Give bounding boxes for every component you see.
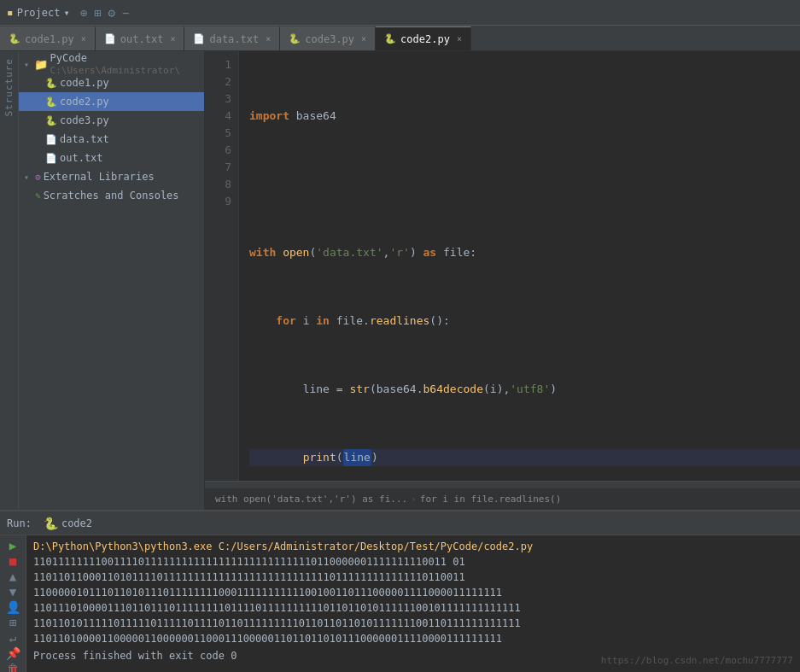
tab-label: code3.py bbox=[305, 33, 354, 45]
run-output-line-1: 1101111111100111101111111111111111111111… bbox=[33, 554, 797, 570]
run-trash-icon[interactable]: 🗑 bbox=[3, 662, 22, 672]
run-layout-icon[interactable]: ⊞ bbox=[3, 616, 22, 629]
tab-data[interactable]: 📄 data.txt × bbox=[184, 26, 280, 50]
tab-py-icon: 🐍 bbox=[9, 33, 20, 44]
txt-file-icon: 📄 bbox=[45, 153, 57, 164]
sidebar-item-pycode[interactable]: ▾ 📁 PyCode C:\Users\Administrator\ bbox=[19, 55, 204, 73]
minimize-icon[interactable]: − bbox=[122, 6, 129, 20]
fn-b64decode: b64decode bbox=[423, 381, 483, 398]
run-header: Run: 🐍 code2 bbox=[0, 511, 800, 535]
horizontal-scrollbar[interactable] bbox=[205, 481, 800, 488]
code-content[interactable]: import base64 with open ( 'data.txt' , '… bbox=[239, 51, 800, 481]
line-num-8: 8 bbox=[205, 176, 231, 193]
scratch-icon: ✎ bbox=[35, 190, 41, 202]
run-play-button[interactable]: ▶ bbox=[3, 539, 22, 552]
tab-label: code1.py bbox=[25, 33, 74, 45]
tab-close-icon[interactable]: × bbox=[457, 34, 462, 44]
line-num-6: 6 bbox=[205, 142, 231, 159]
tab-code1[interactable]: 🐍 code1.py × bbox=[0, 26, 96, 50]
str-utf8: 'utf8' bbox=[510, 381, 550, 398]
sidebar-item-datatxt[interactable]: 📄 data.txt bbox=[19, 130, 204, 149]
line-num-5: 5 bbox=[205, 125, 231, 142]
sp bbox=[330, 313, 336, 330]
run-scroll-down-button[interactable]: ▼ bbox=[3, 585, 22, 599]
tree-item-label: out.txt bbox=[60, 152, 103, 164]
run-user-icon[interactable]: 👤 bbox=[3, 600, 22, 614]
line-num-7: 7 bbox=[205, 159, 231, 176]
run-output-line-5: 1101101011111011111011111011110110111111… bbox=[33, 616, 797, 631]
sidebar-item-outtxt[interactable]: 📄 out.txt bbox=[19, 149, 204, 167]
tree-item-label: External Libraries bbox=[44, 171, 155, 183]
breadcrumb-sep: › bbox=[411, 494, 417, 505]
python-icon: 🐍 bbox=[44, 517, 58, 530]
run-stop-button[interactable]: ■ bbox=[3, 554, 22, 568]
paren-open: ( bbox=[370, 381, 377, 398]
run-wrap-icon[interactable]: ↵ bbox=[3, 631, 22, 645]
run-path: D:\Python\Python3\python3.exe C:/Users/A… bbox=[33, 541, 533, 552]
highlighted-line-var: line bbox=[343, 449, 371, 466]
editor-area: 1 2 3 4 5 6 7 8 9 import base64 bbox=[205, 51, 800, 510]
code-editor[interactable]: 1 2 3 4 5 6 7 8 9 import base64 bbox=[205, 51, 800, 481]
kw-for: for bbox=[276, 313, 295, 330]
py-file-icon: 🐍 bbox=[45, 115, 57, 126]
paren-readlines: (): bbox=[429, 313, 449, 330]
run-command-line: D:\Python\Python3\python3.exe C:/Users/A… bbox=[33, 539, 797, 554]
module-base64: base64 bbox=[296, 108, 336, 125]
project-label[interactable]: Project bbox=[17, 7, 61, 19]
tab-code3[interactable]: 🐍 code3.py × bbox=[280, 26, 376, 50]
breadcrumb: with open('data.txt','r') as fi... › for… bbox=[205, 488, 800, 510]
dot2: . bbox=[417, 381, 423, 398]
fn-print: print bbox=[303, 449, 336, 466]
run-scroll-up-button[interactable]: ▲ bbox=[3, 570, 22, 583]
title-bar: ▪ Project ▾ ⊕ ⊞ ⚙ − bbox=[0, 0, 800, 26]
tab-code2[interactable]: 🐍 code2.py × bbox=[376, 26, 471, 50]
run-tab-code2[interactable]: 🐍 code2 bbox=[38, 515, 97, 532]
var-file: file bbox=[443, 244, 470, 261]
var-base64: base64 bbox=[377, 381, 417, 398]
title-bar-icons: ⊕ ⊞ ⚙ − bbox=[80, 6, 130, 20]
tab-txt-icon: 📄 bbox=[193, 33, 205, 44]
tab-txt-icon: 📄 bbox=[104, 33, 116, 44]
settings-icon[interactable]: ⚙ bbox=[108, 6, 115, 20]
code-line-1: import base64 bbox=[249, 108, 800, 125]
sp bbox=[417, 244, 423, 261]
line-numbers: 1 2 3 4 5 6 7 8 9 bbox=[205, 51, 239, 481]
paren-close2: ) bbox=[550, 381, 557, 398]
sp bbox=[296, 313, 303, 330]
sidebar-item-scratches[interactable]: ✎ Scratches and Consoles bbox=[19, 186, 204, 205]
line-num-3: 3 bbox=[205, 91, 231, 108]
var-line: line bbox=[303, 381, 330, 398]
run-output[interactable]: D:\Python\Python3\python3.exe C:/Users/A… bbox=[26, 535, 800, 672]
tab-close-icon[interactable]: × bbox=[361, 34, 366, 44]
tree-arrow-icon: ▾ bbox=[24, 60, 32, 69]
sp bbox=[330, 381, 336, 398]
breadcrumb-part1: with open('data.txt','r') as fi... bbox=[215, 494, 407, 505]
structure-label: Structure bbox=[3, 51, 15, 124]
tab-out[interactable]: 📄 out.txt × bbox=[96, 26, 185, 50]
indent bbox=[249, 381, 303, 398]
layout-icon[interactable]: ⊞ bbox=[94, 6, 101, 20]
code-line-4: for i in file . readlines (): bbox=[249, 313, 800, 330]
space bbox=[289, 108, 296, 125]
project-arrow[interactable]: ▾ bbox=[63, 7, 69, 19]
new-file-icon[interactable]: ⊕ bbox=[80, 6, 87, 20]
tab-close-icon[interactable]: × bbox=[81, 34, 86, 44]
sidebar-item-code3[interactable]: 🐍 code3.py bbox=[19, 111, 204, 130]
sidebar-item-external-libraries[interactable]: ▾ ⚙ External Libraries bbox=[19, 167, 204, 186]
sidebar-item-code1[interactable]: 🐍 code1.py bbox=[19, 73, 204, 92]
tab-close-icon[interactable]: × bbox=[266, 34, 271, 44]
line-num-1: 1 bbox=[205, 56, 231, 73]
code-line-6: print ( line ) bbox=[249, 449, 800, 466]
watermark: https://blog.csdn.net/mochu7777777 bbox=[601, 653, 793, 669]
tree-item-label: data.txt bbox=[60, 133, 109, 145]
tree-item-label: code3.py bbox=[60, 114, 109, 126]
str-datatxt: 'data.txt' bbox=[316, 244, 382, 261]
sp bbox=[436, 244, 443, 261]
structure-tab[interactable]: Structure bbox=[0, 51, 19, 510]
line-num-9: 9 bbox=[205, 193, 231, 210]
run-pin-icon[interactable]: 📌 bbox=[3, 646, 22, 660]
line-num-2: 2 bbox=[205, 73, 231, 91]
sidebar-item-code2[interactable]: 🐍 code2.py bbox=[19, 92, 204, 111]
tab-label: out.txt bbox=[120, 33, 164, 45]
tab-close-icon[interactable]: × bbox=[170, 34, 175, 44]
